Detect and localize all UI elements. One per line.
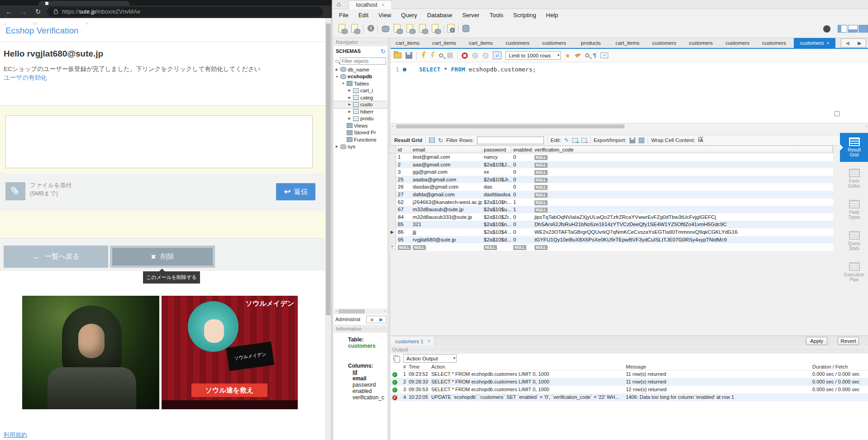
- filter-rows-input[interactable]: [477, 137, 544, 144]
- wrap-cell-icon[interactable]: IA: [698, 137, 703, 143]
- grid-column-header[interactable]: enabled: [511, 146, 533, 153]
- close-icon[interactable]: ×: [428, 339, 430, 344]
- create-table-icon[interactable]: [393, 24, 404, 35]
- copy-icon[interactable]: [393, 355, 398, 360]
- terms-link[interactable]: 利用規約: [4, 431, 27, 439]
- new-sql-tab-icon[interactable]: [338, 24, 348, 35]
- delete-mail-button[interactable]: ✖ 削除: [110, 246, 215, 268]
- schema-tree-item[interactable]: ▶ db_name: [334, 66, 387, 73]
- menu-item[interactable]: Server: [457, 12, 484, 19]
- create-procedure-icon[interactable]: [418, 24, 429, 35]
- activation-link[interactable]: ユーザの有効化: [4, 74, 47, 82]
- inspector-icon[interactable]: i: [366, 24, 377, 35]
- close-icon[interactable]: ×: [382, 2, 384, 8]
- forward-icon[interactable]: →: [18, 8, 29, 15]
- sidebar-panel-button[interactable]: Form Editor: [840, 164, 868, 193]
- ad-cta-button[interactable]: ソウル達を救え: [191, 383, 267, 397]
- table-row[interactable]: 62 j264663@kanatech-west.ac.jp $2a$10$h.…: [389, 199, 833, 206]
- table-row[interactable]: 1 test@gmail.com nancy 0 NULL: [389, 153, 833, 161]
- grid-column-header[interactable]: email: [411, 146, 482, 153]
- table-row[interactable]: 26 dasdas@gmail.com das 0 NULL: [389, 183, 833, 191]
- schema-tree-item[interactable]: ▼ Tables: [334, 80, 387, 87]
- query-tab[interactable]: cart_items: [427, 38, 464, 48]
- menu-item[interactable]: Tools: [485, 12, 508, 19]
- ad-image-soul-maiden[interactable]: ソウルメイデン ソウルメイデン ソウル達を救え: [162, 296, 298, 409]
- query-tab[interactable]: customers: [647, 38, 684, 48]
- reply-button[interactable]: ↩ 返信: [276, 183, 315, 200]
- refresh-icon[interactable]: ↻: [381, 48, 386, 55]
- reply-textarea[interactable]: [5, 115, 313, 168]
- rollback-icon[interactable]: ✗: [482, 52, 489, 59]
- toggle-right-panel-icon[interactable]: [858, 25, 868, 33]
- search-data-icon[interactable]: ⌕: [446, 24, 457, 35]
- open-file-icon[interactable]: [394, 52, 401, 58]
- output-type-dropdown[interactable]: Action Output ▼: [403, 354, 457, 363]
- row-limit-dropdown[interactable]: Limit to 1000 rows ▼: [506, 51, 561, 60]
- sidebar-panel-button[interactable]: Query Stats: [840, 227, 868, 255]
- grid-icon[interactable]: [429, 137, 435, 143]
- connection-tab[interactable]: localhost ×: [348, 0, 392, 9]
- navigator-hscrollbar[interactable]: ‹›: [334, 308, 387, 314]
- home-icon[interactable]: ⌂: [337, 0, 341, 8]
- revert-button[interactable]: Revert: [838, 337, 859, 345]
- sidebar-panel-button[interactable]: Field Types: [840, 195, 868, 224]
- query-tab[interactable]: cart_items: [391, 38, 427, 48]
- sql-editor[interactable]: 1 SELECT * FROM ecshopdb.customers;: [391, 62, 868, 123]
- query-tab[interactable]: customers: [501, 38, 537, 48]
- save-script-icon[interactable]: [405, 52, 412, 59]
- query-tab[interactable]: customers: [757, 38, 794, 48]
- scrollbar-thumb[interactable]: [326, 24, 331, 315]
- table-row[interactable]: 84 m32d8ausub333@sute.jp $2a$10$Zr... 0 …: [389, 213, 833, 221]
- administration-tab[interactable]: Administrat ◀ ▶: [334, 315, 387, 324]
- table-row[interactable]: 95 rvgjlat680@sute.jp $2a$10$d... 0 tGYF…: [389, 236, 833, 244]
- reconnect-dbms-icon[interactable]: [461, 24, 472, 35]
- cleanup-icon[interactable]: [575, 53, 581, 58]
- prev-panel-icon[interactable]: ◀: [370, 317, 373, 322]
- query-tab[interactable]: customers: [720, 38, 757, 48]
- menu-item[interactable]: Database: [422, 12, 458, 19]
- refresh-icon[interactable]: ↻: [438, 137, 443, 143]
- stop-icon[interactable]: [447, 52, 453, 58]
- output-row[interactable]: ✓ 3 09:35:53 SELECT * FROM ecshopdb.cust…: [391, 386, 868, 393]
- toggle-left-panel-icon[interactable]: [838, 25, 847, 33]
- reload-icon[interactable]: ↻: [33, 8, 43, 16]
- query-tab[interactable]: products: [574, 38, 610, 48]
- result-set-tab[interactable]: customers 1 ×: [391, 336, 435, 346]
- sidebar-panel-button[interactable]: Execution Plan: [840, 258, 868, 287]
- wrap-text-icon[interactable]: ⏎: [601, 52, 608, 58]
- table-row[interactable]: 3 gg@gmail.com xx 0 NULL: [389, 168, 833, 176]
- table-row[interactable]: 27 dafda@gmail.com dasfdasdsa 0 NULL: [389, 191, 833, 199]
- invisible-chars-icon[interactable]: ¶: [593, 52, 596, 58]
- collapse-panel-icon[interactable]: [835, 111, 839, 116]
- table-row[interactable]: * NULL NULL NULL NULL NULL: [389, 243, 833, 251]
- stop-on-error-icon[interactable]: [462, 52, 468, 59]
- ad-image-forest-woman[interactable]: [22, 296, 159, 409]
- back-icon[interactable]: ←: [4, 8, 14, 15]
- delete-row-icon[interactable]: [581, 138, 587, 143]
- menu-item[interactable]: File: [334, 12, 353, 19]
- back-to-list-button[interactable]: ← 一覧へ戻る: [4, 246, 108, 268]
- query-tab[interactable]: customers: [684, 38, 720, 48]
- schema-tree-item[interactable]: ▶ sys: [334, 143, 387, 151]
- execute-current-icon[interactable]: [430, 52, 435, 59]
- autocommit-icon[interactable]: ⇄: [493, 52, 501, 59]
- find-icon[interactable]: [585, 53, 589, 57]
- edit-pencil-icon[interactable]: ✎: [564, 137, 569, 143]
- scrollbar-thumb[interactable]: [396, 124, 625, 128]
- attach-file-button[interactable]: [5, 182, 25, 200]
- menu-item[interactable]: Scripting: [508, 12, 541, 19]
- table-row[interactable]: 85 321 $2a$10$n.... 0 DhSArs62JfsRuH21bN…: [389, 221, 833, 228]
- menu-item[interactable]: Help: [541, 12, 563, 19]
- output-row[interactable]: ✓ 2 09:28:33 SELECT * FROM ecshopdb.cust…: [391, 378, 868, 386]
- schema-tree-item[interactable]: ▶ produ: [334, 115, 387, 123]
- import-icon[interactable]: [639, 137, 644, 143]
- toggle-bottom-panel-icon[interactable]: [848, 25, 858, 33]
- table-row[interactable]: 25 aaaba@gmail.com $2a$10$Jr... 0 NULL: [389, 176, 833, 184]
- schema-tree-item[interactable]: ▼ ecshopdb: [334, 73, 387, 80]
- filter-objects-input[interactable]: [340, 57, 386, 65]
- schema-tree-item[interactable]: ▶ hiberr: [334, 108, 387, 115]
- schema-tree-item[interactable]: Views: [334, 122, 387, 129]
- create-schema-icon[interactable]: [380, 24, 391, 35]
- table-row[interactable]: 2 aaa@gmail.com $2a$10$J... 0 NULL: [389, 161, 833, 169]
- menu-item[interactable]: Query: [396, 12, 422, 19]
